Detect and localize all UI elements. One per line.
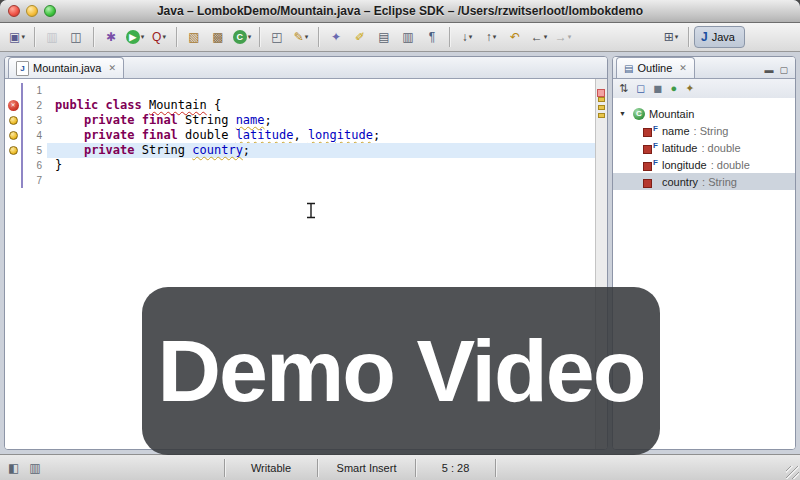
- overview-warning-marker[interactable]: [598, 105, 605, 110]
- perspective-bar: ⊞ ▾ J Java: [659, 25, 745, 49]
- hide-fields-button[interactable]: ◻: [636, 83, 645, 94]
- perspective-java-button[interactable]: J Java: [694, 26, 745, 48]
- outline-root-item[interactable]: ▼CMountain: [613, 105, 795, 122]
- zoom-button[interactable]: [44, 5, 56, 17]
- javadoc-button[interactable]: ✎▾: [290, 25, 312, 49]
- warning-marker-icon[interactable]: [9, 146, 18, 155]
- outline-tabstrip: ▤ Outline ✕ ▬ ▢: [613, 57, 795, 79]
- code-line[interactable]: 3 private final String name;: [5, 113, 595, 128]
- marker-gutter[interactable]: [5, 128, 21, 143]
- jar-export-button[interactable]: ◰: [266, 25, 288, 49]
- hide-static-button[interactable]: ◼: [653, 83, 662, 94]
- statusbar-separator: [495, 459, 496, 477]
- private-field-icon: F: [643, 142, 658, 154]
- outline-close-icon[interactable]: ✕: [679, 63, 687, 73]
- search-button[interactable]: ✦: [325, 25, 347, 49]
- field-name: name: [662, 125, 690, 137]
- code-line[interactable]: 7: [5, 173, 595, 188]
- statusbar-icons: ◧ ▥: [0, 461, 224, 475]
- overview-warning-marker[interactable]: [598, 113, 605, 118]
- toolbar-separator: [688, 27, 689, 47]
- code-line[interactable]: 1: [5, 83, 595, 98]
- show-whitespace-button[interactable]: ¶: [421, 25, 443, 49]
- writable-status: Writable: [251, 462, 291, 474]
- sort-button[interactable]: ⇅: [619, 83, 628, 94]
- new-class-button[interactable]: C▾: [231, 25, 253, 49]
- code-token: Mountain: [149, 98, 207, 112]
- code-line[interactable]: 6}: [5, 158, 595, 173]
- hide-non-public-button[interactable]: ●: [671, 83, 678, 94]
- close-button[interactable]: [8, 5, 20, 17]
- minimize-view-button[interactable]: ▬: [764, 65, 773, 75]
- editor-tab-mountain-java[interactable]: J Mountain.java ✕: [8, 57, 124, 78]
- show-source-button[interactable]: ▤: [373, 25, 395, 49]
- fast-view-button[interactable]: ◧: [8, 461, 19, 475]
- code-text[interactable]: }: [47, 158, 595, 173]
- code-text[interactable]: [47, 83, 595, 98]
- link-with-editor-button[interactable]: ✦: [685, 83, 694, 94]
- mark-occurrences-button[interactable]: ✐: [349, 25, 371, 49]
- marker-gutter[interactable]: ✕: [5, 98, 21, 113]
- code-token: private final: [84, 128, 185, 142]
- last-edit-location-button[interactable]: ↶: [504, 25, 526, 49]
- next-annotation-button[interactable]: ↓▾: [456, 25, 478, 49]
- show-whitespace-icon: ¶: [429, 31, 435, 43]
- overview-error-marker[interactable]: [597, 89, 605, 97]
- expander-icon[interactable]: ▼: [619, 110, 629, 117]
- warning-marker-icon[interactable]: [9, 116, 18, 125]
- outline-tab[interactable]: ▤ Outline ✕: [616, 57, 695, 78]
- debug-button[interactable]: ✱: [100, 25, 122, 49]
- marker-gutter[interactable]: [5, 113, 21, 128]
- demo-video-text: Demo Video: [158, 320, 645, 422]
- code-text[interactable]: private String country;: [47, 143, 595, 158]
- save-button[interactable]: ▥: [41, 25, 63, 49]
- overview-warning-marker[interactable]: [598, 97, 605, 102]
- prev-annotation-button[interactable]: ↑▾: [480, 25, 502, 49]
- code-token: country: [192, 143, 243, 157]
- maximize-view-button[interactable]: ▢: [779, 65, 788, 75]
- minimize-button[interactable]: [26, 5, 38, 17]
- code-line[interactable]: 4 private final double latitude, longitu…: [5, 128, 595, 143]
- titlebar[interactable]: Java – LombokDemo/Mountain.java – Eclips…: [0, 0, 800, 23]
- open-perspective-button[interactable]: ⊞ ▾: [660, 25, 682, 49]
- marker-gutter[interactable]: [5, 143, 21, 158]
- warning-marker-icon[interactable]: [9, 131, 18, 140]
- view-menu-button[interactable]: ▥: [29, 461, 40, 475]
- code-token: ,: [293, 128, 307, 142]
- dropdown-arrow-icon: ▾: [248, 33, 252, 41]
- code-token: String: [142, 143, 193, 157]
- show-segments-icon: ▥: [402, 31, 413, 43]
- code-line[interactable]: 5 private String country;: [5, 143, 595, 158]
- outline-item-country[interactable]: country : String: [613, 173, 795, 190]
- new-java-project-button[interactable]: ▧: [183, 25, 205, 49]
- outline-item-longitude[interactable]: Flongitude : double: [613, 156, 795, 173]
- new-wizard-button[interactable]: ▣▾: [6, 25, 28, 49]
- run-button[interactable]: ▶▾: [124, 25, 146, 49]
- code-text[interactable]: private final String name;: [47, 113, 595, 128]
- error-marker-icon[interactable]: ✕: [8, 100, 19, 111]
- eclipse-window: Java – LombokDemo/Mountain.java – Eclips…: [0, 0, 800, 480]
- dropdown-arrow-icon: ▾: [544, 33, 548, 41]
- insert-mode-status: Smart Insert: [337, 462, 397, 474]
- back-button[interactable]: ←▾: [528, 25, 550, 49]
- code-line[interactable]: ✕2public class Mountain {: [5, 98, 595, 113]
- outline-item-name[interactable]: Fname : String: [613, 122, 795, 139]
- code-text[interactable]: private final double latitude, longitude…: [47, 128, 595, 143]
- outline-item-latitude[interactable]: Flatitude : double: [613, 139, 795, 156]
- forward-button[interactable]: →▾: [552, 25, 574, 49]
- show-segments-button[interactable]: ▥: [397, 25, 419, 49]
- marker-gutter[interactable]: [5, 173, 21, 188]
- marker-gutter[interactable]: [5, 158, 21, 173]
- final-adorner-icon: F: [653, 142, 658, 150]
- code-text[interactable]: [47, 173, 595, 188]
- resize-grip[interactable]: [786, 466, 799, 479]
- code-text[interactable]: public class Mountain {: [47, 98, 595, 113]
- marker-gutter[interactable]: [5, 83, 21, 98]
- new-package-button[interactable]: ▩: [207, 25, 229, 49]
- code-token: public class: [55, 98, 149, 112]
- coverage-button[interactable]: Q▾: [148, 25, 170, 49]
- print-button[interactable]: ◫: [65, 25, 87, 49]
- toolbar-separator: [259, 27, 260, 47]
- private-field-icon: F: [643, 125, 658, 137]
- tab-close-icon[interactable]: ✕: [109, 63, 117, 73]
